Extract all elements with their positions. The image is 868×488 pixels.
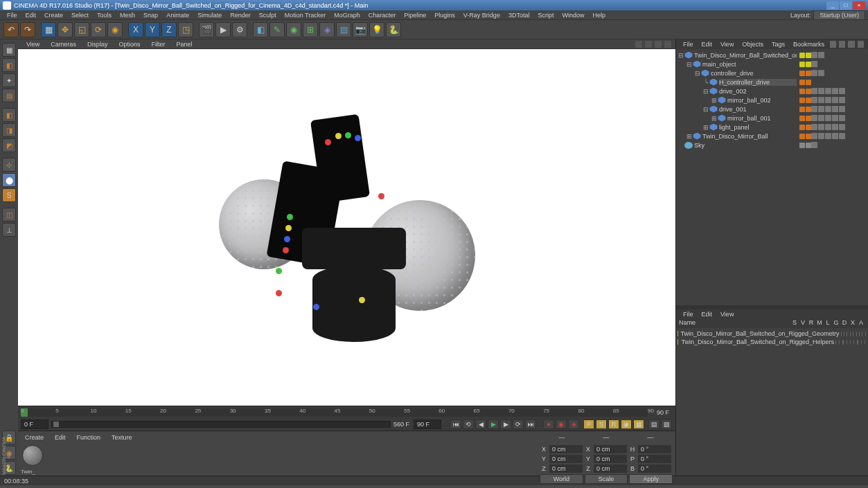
layout-dropdown[interactable]: Startup (User) (813, 10, 865, 20)
view-icon[interactable] (664, 41, 671, 48)
close-button[interactable]: × (853, 1, 865, 10)
expand-icon[interactable]: ⊞ (711, 97, 718, 104)
tree-row[interactable]: ⊟drive_001 (677, 105, 867, 114)
record-button[interactable]: ● (543, 419, 554, 429)
mat-menu-function[interactable]: Function (71, 434, 107, 441)
visibility-dot[interactable] (799, 53, 805, 58)
y-axis-button[interactable]: Y (145, 22, 160, 37)
tag-icon[interactable] (818, 88, 824, 94)
tag-icon[interactable] (811, 61, 817, 67)
object-name[interactable]: drive_002 (719, 88, 797, 95)
visibility-dot[interactable] (806, 71, 811, 76)
tree-row[interactable]: ⊞mirror_ball_002 (677, 96, 867, 105)
visibility-dot[interactable] (799, 107, 805, 112)
tag-icon[interactable] (811, 142, 817, 148)
tag-icon[interactable] (825, 106, 831, 112)
tag-icon[interactable] (825, 97, 831, 103)
tag-icon[interactable] (832, 106, 838, 112)
expand-icon[interactable]: ⊟ (702, 88, 709, 95)
end-frame-field[interactable]: 90 F (414, 419, 441, 429)
tag-icon[interactable] (818, 115, 824, 121)
menu-v-ray-bridge[interactable]: V-Ray Bridge (459, 12, 504, 19)
menu-help[interactable]: Help (588, 12, 610, 19)
visibility-dot[interactable] (799, 98, 805, 103)
tag-icon[interactable] (832, 88, 838, 94)
layer-row[interactable]: Twin_Disco_Mirror_Ball_Switched_on_Rigge… (677, 329, 867, 338)
layer-toggle[interactable] (857, 340, 858, 345)
object-name[interactable]: controller_drive (711, 70, 797, 77)
expand-icon[interactable]: ⊞ (711, 115, 718, 122)
viewport-solo-button[interactable]: ⬤ (2, 173, 16, 187)
start-frame-field[interactable]: 0 F (21, 419, 48, 429)
keyframe-sel-button[interactable]: ◈ (568, 419, 579, 429)
rot-key-button[interactable]: R (608, 419, 619, 429)
add-light-button[interactable]: 💡 (369, 22, 384, 37)
add-cube-button[interactable]: ◧ (253, 22, 268, 37)
viewport-menu-view[interactable]: View (21, 41, 45, 48)
scale-button[interactable]: ◱ (74, 22, 89, 37)
expand-icon[interactable]: ⊞ (686, 133, 693, 140)
menu-select[interactable]: Select (67, 12, 93, 19)
obj-menu-edit[interactable]: Edit (698, 41, 717, 48)
layer-manager[interactable]: Twin_Disco_Mirror_Ball_Switched_on_Rigge… (676, 328, 868, 476)
menu-mesh[interactable]: Mesh (116, 12, 139, 19)
h-rot-field[interactable]: 0 ° (638, 445, 671, 453)
layer-toggle[interactable] (839, 340, 840, 345)
add-spline-button[interactable]: ✎ (269, 22, 285, 37)
param-key-button[interactable]: ◉ (621, 419, 632, 429)
tag-icon[interactable] (818, 97, 824, 103)
tag-icon[interactable] (811, 97, 817, 103)
obj-menu-view[interactable]: View (716, 41, 738, 48)
tag-icon[interactable] (811, 52, 817, 58)
tag-icon[interactable] (811, 88, 817, 94)
tag-icon[interactable] (832, 124, 838, 130)
mat-menu-texture[interactable]: Texture (106, 434, 138, 441)
visibility-dot[interactable] (806, 62, 811, 67)
obj-menu-tags[interactable]: Tags (768, 41, 789, 48)
viewport-menu-display[interactable]: Display (82, 41, 114, 48)
add-environment-button[interactable]: ▤ (336, 22, 351, 37)
tree-row[interactable]: ⊟Twin_Disco_Mirror_Ball_Switched_on_Rigg… (677, 51, 867, 60)
visibility-dot[interactable] (799, 89, 805, 94)
menu-animate[interactable]: Animate (162, 12, 193, 19)
obj-menu-file[interactable]: File (679, 41, 698, 48)
add-camera-button[interactable]: 📷 (353, 22, 368, 37)
visibility-dot[interactable] (806, 134, 811, 139)
tag-icon[interactable] (825, 88, 831, 94)
add-nurbs-button[interactable]: ◉ (286, 22, 301, 37)
y-size-field[interactable]: 0 cm (594, 455, 627, 463)
render-settings-button[interactable]: ⚙ (232, 22, 247, 37)
grid-icon[interactable] (655, 41, 662, 48)
menu-snap[interactable]: Snap (139, 12, 162, 19)
autokey-button[interactable]: ◉ (556, 419, 567, 429)
object-name[interactable]: Sky (694, 142, 797, 149)
tree-row[interactable]: ⊟main_object (677, 60, 867, 69)
enable-axis-button[interactable]: ⊹ (2, 158, 16, 172)
scale-dropdown[interactable]: Scale (585, 474, 628, 484)
menu-pipeline[interactable]: Pipeline (400, 12, 430, 19)
poly-mode-button[interactable]: ◩ (2, 138, 16, 152)
menu-render[interactable]: Render (226, 12, 255, 19)
z-pos-field[interactable]: 0 cm (549, 464, 583, 473)
menu-window[interactable]: Window (558, 12, 588, 19)
tag-icon[interactable] (839, 88, 845, 94)
expand-icon[interactable]: ⊟ (702, 106, 709, 113)
add-array-button[interactable]: ⊞ (303, 22, 318, 37)
visibility-dot[interactable] (799, 62, 805, 67)
layer-toggle[interactable] (842, 340, 843, 345)
viewport-menu-cameras[interactable]: Cameras (45, 41, 82, 48)
visibility-dot[interactable] (806, 143, 811, 148)
object-name[interactable]: mirror_ball_001 (727, 115, 797, 122)
viewport-menu-panel[interactable]: Panel (170, 41, 197, 48)
filter-icon[interactable] (858, 41, 864, 48)
menu-sculpt[interactable]: Sculpt (255, 12, 281, 19)
camera-icon[interactable] (635, 41, 642, 48)
layer-name[interactable]: Twin_Disco_Mirror_Ball_Switched_on_Rigge… (680, 330, 839, 337)
tag-icon[interactable] (839, 97, 845, 103)
object-name[interactable]: mirror_ball_002 (727, 97, 797, 104)
p-rot-field[interactable]: 0 ° (638, 455, 671, 463)
frame-fwd-button[interactable]: ▶ (500, 419, 511, 429)
object-name[interactable]: Twin_Disco_Mirror_Ball_Switched_on_Rigge… (694, 52, 797, 59)
visibility-dot[interactable] (806, 89, 811, 94)
layer-toggle[interactable] (865, 340, 865, 345)
